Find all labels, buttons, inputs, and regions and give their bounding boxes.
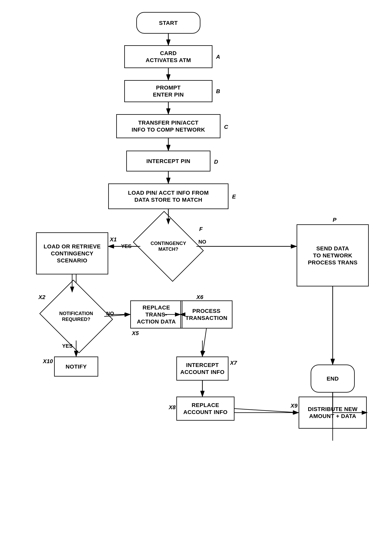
start-shape: START [136, 12, 201, 34]
replace-account-shape: REPLACEACCOUNT INFO [176, 397, 234, 421]
notification-required-label: NOTIFICATIONREQUIRED? [59, 311, 93, 322]
transfer-pin-label: TRANSFER PIN/ACCTINFO TO COMP NETWORK [132, 119, 205, 133]
yes1-label: YES [121, 243, 131, 249]
no1-label: NO [198, 239, 206, 245]
ref-A: A [216, 54, 220, 60]
ref-X6: X6 [196, 294, 203, 301]
ref-X8: X8 [169, 404, 176, 411]
transfer-pin-shape: TRANSFER PIN/ACCTINFO TO COMP NETWORK [116, 114, 220, 138]
card-activates-atm-shape: CARDACTIVATES ATM [124, 45, 212, 68]
start-label: START [159, 19, 178, 26]
ref-X7: X7 [230, 360, 237, 366]
process-transaction-shape: PROCESSTRANSACTION [180, 301, 233, 329]
replace-trans-shape: REPLACE TRANS-ACTION DATA [130, 301, 182, 329]
ref-E: E [232, 194, 236, 200]
ref-B: B [216, 88, 220, 95]
ref-C: C [224, 124, 228, 130]
load-pin-label: LOAD PIN/ ACCT INFO FROMDATA STORE TO MA… [128, 189, 209, 203]
svg-line-36 [234, 409, 298, 413]
intercept-account-label: INTERCEPTACCOUNT INFO [180, 362, 225, 376]
intercept-pin-label: INTERCEPT PIN [146, 158, 190, 165]
contingency-match-label: CONTINGENCYMATCH? [150, 241, 186, 252]
ref-X5: X5 [132, 330, 139, 337]
flowchart: START CARDACTIVATES ATM A PROMPTENTER PI… [0, 0, 392, 538]
notification-required-shape: NOTIFICATIONREQUIRED? [39, 280, 113, 353]
distribute-label: DISTRIBUTE NEWAMOUNT + DATA [308, 406, 358, 420]
contingency-match-shape: CONTINGENCYMATCH? [133, 211, 204, 282]
prompt-enter-pin-label: PROMPTENTER PIN [153, 84, 184, 98]
replace-account-label: REPLACEACCOUNT INFO [183, 402, 228, 416]
end-label: END [327, 375, 339, 382]
yes2-label: YES [62, 343, 73, 349]
load-retrieve-shape: LOAD OR RETRIEVECONTINGENCYSCENARIO [36, 232, 108, 274]
intercept-pin-shape: INTERCEPT PIN [126, 151, 210, 172]
process-transaction-label: PROCESSTRANSACTION [185, 307, 227, 321]
ref-X2: X2 [38, 294, 45, 301]
notify-shape: NOTIFY [54, 357, 98, 376]
send-data-shape: SEND DATATO NETWORKPROCESS TRANS [297, 224, 369, 286]
ref-X10: X10 [43, 358, 53, 365]
prompt-enter-pin-shape: PROMPTENTER PIN [124, 80, 212, 102]
send-data-label: SEND DATATO NETWORKPROCESS TRANS [308, 245, 358, 266]
load-pin-shape: LOAD PIN/ ACCT INFO FROMDATA STORE TO MA… [108, 183, 229, 209]
ref-D: D [214, 159, 218, 165]
load-retrieve-label: LOAD OR RETRIEVECONTINGENCYSCENARIO [44, 243, 101, 264]
ref-X1: X1 [110, 236, 117, 243]
notify-label: NOTIFY [65, 363, 87, 370]
intercept-account-shape: INTERCEPTACCOUNT INFO [176, 357, 229, 380]
ref-X9: X9 [291, 403, 297, 409]
distribute-shape: DISTRIBUTE NEWAMOUNT + DATA [299, 397, 367, 429]
svg-line-34 [202, 329, 206, 356]
ref-F: F [199, 226, 203, 232]
card-activates-label: CARDACTIVATES ATM [146, 50, 191, 64]
no2-label: NO [106, 311, 114, 317]
end-shape: END [311, 365, 355, 393]
replace-trans-label: REPLACE TRANS-ACTION DATA [131, 304, 182, 325]
ref-P: P [333, 217, 336, 223]
